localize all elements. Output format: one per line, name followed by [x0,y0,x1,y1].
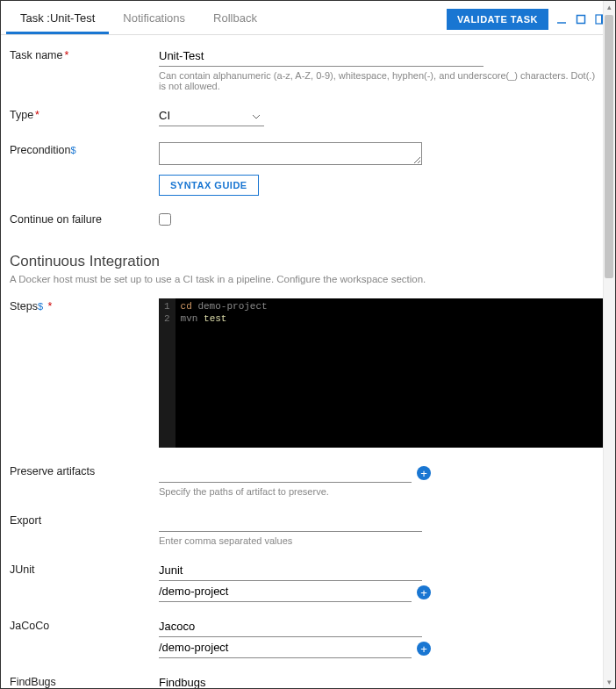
validate-task-button[interactable]: VALIDATE TASK [447,9,548,30]
task-name-helper: Can contain alphanumeric (a-z, A-Z, 0-9)… [159,70,603,91]
jacoco-path-input[interactable] [159,639,412,658]
maximize-icon[interactable] [575,13,587,25]
svg-rect-1 [577,16,585,24]
continue-on-failure-label: Continue on failure [10,212,159,226]
ci-section-desc: A Docker host must be set up to use a CI… [10,274,603,284]
type-select[interactable]: CI [159,107,264,126]
steps-code-editor[interactable]: 1 2 cd demo-project mvn test [159,298,603,448]
preserve-artifacts-helper: Specify the paths of artifact to preserv… [159,486,603,497]
scroll-up-arrow[interactable]: ▴ [605,1,613,13]
continue-on-failure-checkbox[interactable] [159,213,171,226]
findbugs-name-input[interactable] [159,674,422,688]
add-junit-button[interactable]: + [417,585,431,599]
code-body[interactable]: cd demo-project mvn test [175,298,603,448]
jacoco-label: JaCoCo [10,618,159,632]
precondition-label: Precondition$ [10,142,159,156]
preserve-artifacts-label: Preserve artifacts [10,463,159,477]
scrollbar-thumb[interactable] [605,15,613,278]
task-name-input[interactable] [159,47,483,67]
type-label: Type* [10,107,159,121]
jacoco-name-input[interactable] [159,618,422,637]
task-name-label: Task name* [10,47,159,61]
tab-task-prefix: Task : [20,11,50,25]
junit-name-input[interactable] [159,562,422,581]
add-artifact-button[interactable]: + [417,466,431,480]
tab-rollback[interactable]: Rollback [199,4,271,34]
export-label: Export [10,513,159,527]
minimize-icon[interactable] [555,13,568,25]
junit-label: JUnit [10,562,159,576]
syntax-guide-button[interactable]: SYNTAX GUIDE [159,175,259,196]
code-gutter: 1 2 [159,298,175,448]
findbugs-label: FindBugs [10,674,159,688]
junit-path-input[interactable] [159,583,412,602]
preserve-artifacts-input[interactable] [159,463,412,483]
tab-task[interactable]: Task :Unit-Test [6,4,109,34]
tab-notifications[interactable]: Notifications [109,4,199,34]
export-placeholder: Enter comma separated values [159,535,603,546]
tab-bar: Task :Unit-Test Notifications Rollback V… [1,1,612,35]
steps-label: Steps$ * [10,298,159,312]
precondition-input[interactable] [159,142,422,165]
export-input[interactable] [159,513,422,532]
scrollbar[interactable]: ▴ ▾ [603,1,615,688]
add-jacoco-button[interactable]: + [417,642,431,656]
ci-section-title: Continuous Integration [10,253,603,270]
tab-task-name: Unit-Test [50,11,95,25]
scroll-down-arrow[interactable]: ▾ [605,676,613,688]
